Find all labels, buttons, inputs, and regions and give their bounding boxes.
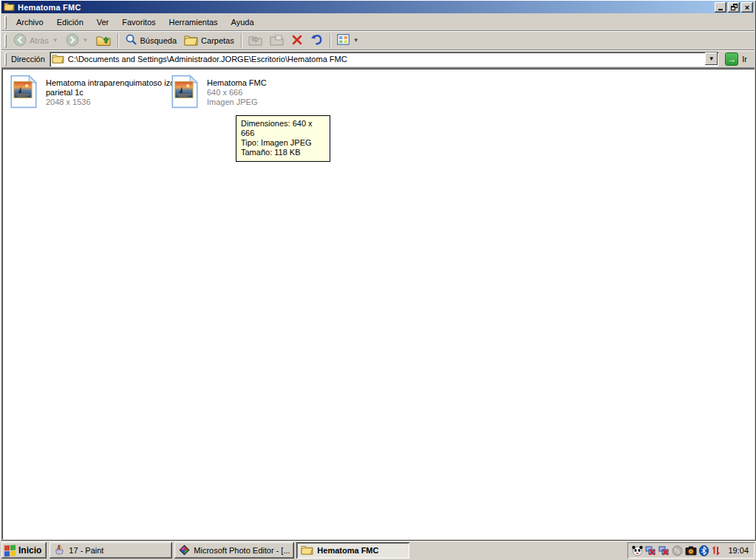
back-button[interactable]: Atrás ▼ (10, 32, 62, 49)
task-hematoma-fmc[interactable]: Hematoma FMC (296, 542, 409, 559)
up-folder-icon (96, 33, 111, 48)
file-dimensions: 640 x 666 (207, 88, 267, 98)
paint-icon (54, 544, 65, 557)
toolbar-grip[interactable] (4, 34, 7, 47)
forward-icon (66, 33, 79, 48)
toolbar-separator (330, 33, 330, 48)
addressbar: Dirección C:\Documents and Settings\Admi… (1, 50, 755, 68)
open-folder-icon (301, 544, 313, 556)
update-disabled-icon[interactable] (672, 545, 683, 556)
copy-to-button[interactable] (266, 32, 287, 49)
menu-favoritos[interactable]: Favoritos (115, 16, 162, 29)
copy-to-folder-icon (270, 34, 284, 47)
views-dropdown-icon: ▼ (353, 37, 359, 44)
address-input[interactable]: C:\Documents and Settings\Administrador.… (50, 52, 718, 66)
search-icon (125, 33, 137, 47)
search-button[interactable]: Búsqueda (121, 32, 181, 49)
menubar: Archivo Edición Ver Favoritos Herramient… (1, 13, 755, 31)
address-path: C:\Documents and Settings\Administrador.… (68, 55, 705, 64)
file-type: Imagen JPEG (207, 98, 267, 107)
address-label: Dirección (11, 55, 45, 64)
delete-icon (291, 34, 303, 47)
window-folder-icon (4, 1, 15, 13)
file-dimensions: 2048 x 1536 (46, 98, 177, 107)
bluetooth-icon[interactable] (699, 545, 709, 556)
views-button[interactable]: ▼ (333, 32, 363, 49)
explorer-window: Hematoma FMC × Archivo Edición Ver Favor… (0, 0, 756, 541)
menu-edicion[interactable]: Edición (50, 16, 90, 29)
network-disconnected-icon-2[interactable] (658, 545, 670, 556)
image-file-icon (7, 75, 40, 109)
panda-antivirus-icon[interactable] (632, 545, 643, 556)
window-title: Hematoma FMC (18, 3, 713, 12)
clock[interactable]: 19:04 (728, 546, 749, 555)
move-to-folder-icon (248, 34, 262, 47)
file-info-tooltip: Dimensiones: 640 x 666 Tipo: Imagen JPEG… (236, 115, 330, 162)
start-button[interactable]: Inicio (1, 542, 47, 559)
views-icon (337, 34, 350, 47)
folders-button[interactable]: Carpetas (180, 32, 238, 49)
forward-button[interactable]: ▼ (62, 32, 92, 49)
menubar-grip[interactable] (4, 16, 7, 29)
image-file-icon (168, 75, 201, 109)
taskbar: Inicio 17 - Paint Microsoft Photo Editor… (0, 541, 756, 560)
back-icon (13, 33, 27, 48)
file-name: Hematoma FMC (207, 78, 267, 88)
restore-button[interactable] (728, 2, 740, 13)
windows-logo-icon (4, 544, 16, 556)
delete-button[interactable] (287, 32, 307, 49)
address-dropdown-button[interactable]: ▼ (705, 52, 718, 65)
task-paint[interactable]: 17 - Paint (50, 542, 172, 559)
menu-ayuda[interactable]: Ayuda (225, 16, 261, 29)
photo-editor-icon (179, 544, 190, 557)
menu-ver[interactable]: Ver (90, 16, 116, 29)
file-item-1[interactable]: Hematoma intraparenquimatoso izq parieta… (7, 75, 164, 109)
file-list-area[interactable]: Hematoma intraparenquimatoso izq parieta… (1, 68, 755, 539)
move-to-button[interactable] (245, 32, 266, 49)
camera-icon[interactable] (685, 546, 697, 556)
undo-button[interactable] (307, 32, 327, 49)
undo-icon (310, 33, 323, 47)
menu-herramientas[interactable]: Herramientas (163, 16, 225, 29)
toolbar: Atrás ▼ ▼ Búsqueda Carpetas (1, 31, 755, 50)
toolbar-separator (118, 33, 118, 48)
minimize-button[interactable] (715, 2, 726, 13)
toolbar-separator (241, 33, 242, 48)
back-dropdown-icon: ▼ (52, 37, 58, 44)
go-button[interactable]: → Ir (723, 51, 752, 67)
address-folder-icon (52, 53, 64, 65)
task-photo-editor[interactable]: Microsoft Photo Editor - [... (174, 542, 294, 559)
go-arrow-icon: → (725, 52, 738, 66)
tooltip-size: Tamaño: 118 KB (241, 148, 325, 157)
addressbar-grip[interactable] (4, 52, 7, 66)
network-activity-icon[interactable] (711, 545, 721, 556)
folders-icon (184, 34, 198, 47)
menu-archivo[interactable]: Archivo (10, 16, 50, 29)
tooltip-dimensions: Dimensiones: 640 x 666 (241, 119, 325, 138)
system-tray: 19:04 (627, 542, 755, 559)
file-item-2[interactable]: Hematoma FMC 640 x 666 Imagen JPEG (168, 75, 302, 109)
titlebar[interactable]: Hematoma FMC × (1, 1, 755, 13)
file-name: Hematoma intraparenquimatoso izq parieta… (46, 78, 177, 98)
network-disconnected-icon[interactable] (645, 545, 656, 556)
up-button[interactable] (92, 32, 115, 49)
forward-dropdown-icon: ▼ (83, 37, 89, 44)
close-button[interactable]: × (741, 2, 753, 13)
tooltip-type: Tipo: Imagen JPEG (241, 138, 325, 148)
